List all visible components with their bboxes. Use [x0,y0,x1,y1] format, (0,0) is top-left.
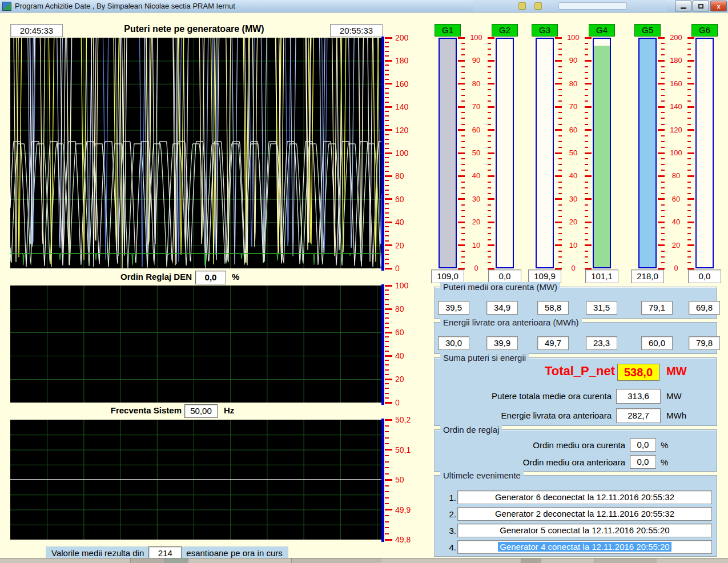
gauge-bar-g6 [695,38,714,268]
gauge-bar-g3 [536,38,554,268]
ordin-anterioara-label: Ordin mediu ora anterioara [523,457,625,467]
energie-livrata-value[interactable]: 282,7 [616,408,661,423]
event-index-4: 4. [444,542,456,552]
event-item-4[interactable]: Generator 4 conectat la 12.11.2016 20:55… [457,540,712,554]
ordin-curenta-label: Ordin mediu ora curenta [533,440,625,450]
window-title: Program Achizitie Date , By Simpalean Ni… [15,2,235,10]
samples-suffix: esantioane pe ora in curs [186,548,282,558]
time-start-field[interactable]: 20:45:33 [10,24,63,37]
gauge-value-g4[interactable]: 101,1 [585,270,618,283]
gauge-value-g5[interactable]: 218,0 [631,270,664,283]
taskbar-item[interactable] [594,558,657,563]
ordin-anterioara-value[interactable]: 0,0 [630,455,656,469]
gauge-scale-g3-g4: 1009080706050403020100 [554,38,593,268]
frecventa-unit: Hz [224,405,234,415]
minimize-button[interactable] [675,1,691,11]
frecventa-field[interactable]: 50,00 [184,404,218,418]
close-icon: x [717,3,720,10]
restore-button[interactable] [693,1,709,11]
ordin-curenta-unit: % [661,440,668,450]
taskbar-item[interactable] [164,558,188,563]
putere-totala-unit: MW [666,391,682,401]
event-index-1: 1. [444,493,456,502]
gauge-label-g1: G1 [435,24,461,37]
gauge-value-g6[interactable]: 0,0 [688,270,721,283]
total-p-net-value[interactable]: 538,0 [617,364,659,381]
gauge-label-g3: G3 [532,24,558,37]
taskbar-item[interactable] [521,558,541,563]
event-index-3: 3. [444,526,456,536]
putere-totala-label: Putere totala medie ora curenta [492,391,612,401]
panel-energii: Energii livrate ora anterioara (MWh) 30,… [434,322,717,354]
gauge-bar-g4 [593,38,611,268]
gauge-scale-g1-g2: 1009080706050403020100 [457,38,496,268]
ordin-reglaj-den-field[interactable]: 0,0 [195,271,226,284]
panel-evenimente-title: Ultimele evenimente [440,470,524,480]
gauge-value-g2[interactable]: 0,0 [488,270,521,283]
putere-totala-value[interactable]: 313,6 [616,389,661,404]
energii-g4[interactable]: 23,3 [586,336,617,350]
generators-chart-axis: 200180160140120100806040200 [380,38,413,268]
puteri-medii-g5[interactable]: 79,1 [641,301,673,315]
energii-g5[interactable]: 60,0 [641,336,673,350]
ordin-reglaj-unit: % [232,272,239,282]
gauge-group-2: G3 109,9 1009080706050403020100 G4 101,1 [536,24,611,287]
minimize-icon [681,7,686,9]
ordin-reglaj-chart-axis: 100806040200 [380,285,413,403]
ordin-anterioara-unit: % [661,457,668,467]
ordin-curenta-value[interactable]: 0,0 [630,438,656,452]
gauge-label-g6: G6 [691,24,718,37]
panel-energii-title: Energii livrate ora anterioara (MWh) [440,317,582,327]
gauge-label-g5: G5 [634,24,661,37]
ordin-reglaj-chart [10,285,381,403]
total-p-net-label: Total_P_net [545,364,615,379]
taskbar[interactable] [0,558,728,563]
puteri-medii-g2[interactable]: 34,9 [486,301,518,315]
frecventa-chart-axis: 50,250,15049,949,8 [380,420,413,540]
event-index-2: 2. [444,509,456,519]
energie-livrata-unit: MWh [666,411,686,420]
energii-g6[interactable]: 79,8 [689,336,720,350]
samples-prefix: Valorile medii rezulta din [51,548,144,558]
generators-chart [10,38,381,268]
total-p-net-unit: MW [666,365,687,378]
energii-g3[interactable]: 49,7 [537,336,569,350]
gauge-group-1: G1 109,0 1009080706050403020100 G2 0,0 [439,24,514,287]
background-folder-icon [518,2,526,10]
ordin-reglaj-label: Ordin Reglaj DEN [120,272,192,282]
event-text-4-selected: Generator 4 conectat la 12.11.2016 20:55… [498,542,671,552]
taskbar-item[interactable] [130,558,164,563]
gauge-bar-g2 [496,38,514,268]
application-window: Program Achizitie Date , By Simpalean Ni… [0,0,728,563]
energie-livrata-label: Energie livrata ora anterioara [501,411,612,420]
gauge-bar-g5 [638,38,657,268]
main-area: 20:45:33 Puteri nete pe generatoare (MW)… [0,13,728,558]
puteri-medii-g1[interactable]: 39,5 [438,301,469,315]
close-button[interactable]: x [710,1,727,11]
panel-suma: Suma puteri si energii Total_P_net 538,0… [434,357,717,426]
panel-puteri-medii-title: Puteri medii ora curenta (MW) [440,282,560,292]
background-folder-icon [534,2,542,10]
puteri-medii-g6[interactable]: 69,8 [689,301,720,315]
gauge-value-g1[interactable]: 109,0 [431,270,464,283]
background-searchbox [558,2,627,10]
puteri-medii-g3[interactable]: 58,8 [537,301,569,315]
puteri-medii-g4[interactable]: 31,5 [586,301,617,315]
energii-g2[interactable]: 39,9 [486,336,518,350]
event-item-3[interactable]: Generator 5 conectat la 12.11.2016 20:55… [457,524,712,537]
energii-g1[interactable]: 30,0 [438,336,469,350]
frecventa-chart [10,420,381,540]
panel-puteri-medii: Puteri medii ora curenta (MW) 39,5 34,9 … [434,287,717,319]
restore-icon [698,4,703,9]
gauge-label-g4: G4 [589,24,615,37]
app-icon[interactable] [2,2,11,11]
gauge-value-g3[interactable]: 109,9 [528,270,561,283]
gauge-label-g2: G2 [492,24,518,37]
time-end-field[interactable]: 20:55:33 [330,24,383,37]
taskbar-item[interactable] [291,558,381,563]
event-item-2[interactable]: Generator 2 deconectat la 12.11.2016 20:… [457,507,712,521]
panel-evenimente: Ultimele evenimente 1. Generator 6 decon… [434,475,717,557]
titlebar: Program Achizitie Date , By Simpalean Ni… [0,0,728,13]
event-item-1[interactable]: Generator 6 deconectat la 12.11.2016 20:… [457,490,712,504]
frecventa-label: Frecventa Sistem [111,405,182,415]
